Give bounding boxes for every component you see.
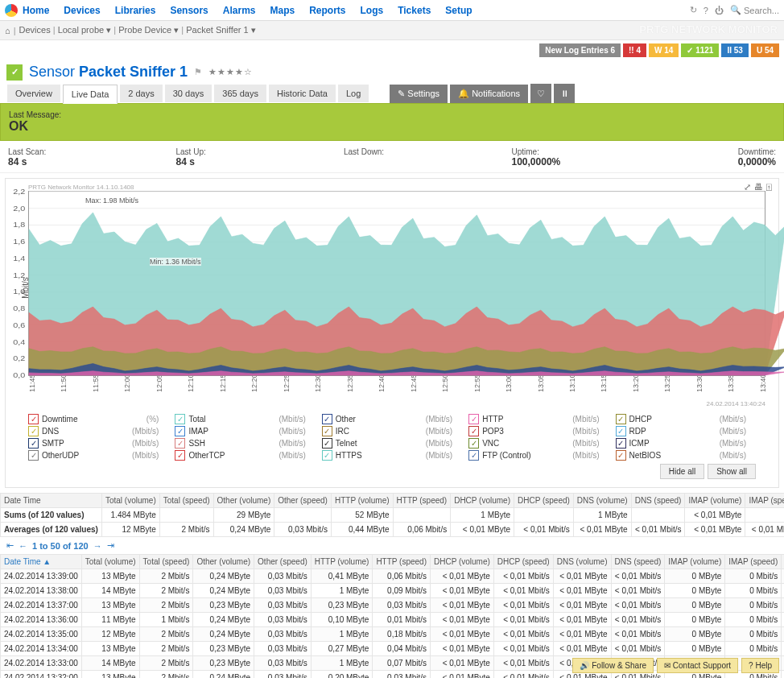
nav-maps[interactable]: Maps bbox=[270, 5, 295, 16]
nav-logs[interactable]: Logs bbox=[361, 5, 384, 16]
tab-30-days[interactable]: 30 days bbox=[165, 85, 213, 102]
col-header[interactable]: DNS (speed) bbox=[631, 494, 685, 508]
table-row[interactable]: 24.02.2014 13:35:0012 MByte2 Mbit/s0,24 … bbox=[1, 627, 785, 642]
pager-next-icon[interactable]: → bbox=[93, 541, 102, 551]
col-header[interactable]: Other (speed) bbox=[254, 555, 312, 569]
checkbox-icon[interactable]: ✓ bbox=[468, 426, 479, 436]
checkbox-icon[interactable]: ✓ bbox=[28, 414, 39, 424]
checkbox-icon[interactable]: ✓ bbox=[468, 414, 479, 424]
tab-log[interactable]: Log bbox=[338, 85, 369, 102]
checkbox-icon[interactable]: ✓ bbox=[175, 450, 185, 461]
breadcrumb-item[interactable]: Probe Device ▾ bbox=[118, 25, 179, 35]
col-header[interactable]: HTTP (volume) bbox=[311, 555, 373, 569]
follow-share-button[interactable]: 🔊 Follow & Share bbox=[572, 658, 654, 673]
col-header[interactable]: HTTP (speed) bbox=[393, 494, 451, 508]
help-icon[interactable]: ? bbox=[704, 6, 708, 15]
col-header[interactable]: Date Time ▲ bbox=[1, 555, 82, 569]
table-row[interactable]: 24.02.2014 13:36:0011 MByte1 Mbit/s0,24 … bbox=[1, 613, 785, 627]
tab-historic-data[interactable]: Historic Data bbox=[269, 85, 336, 102]
col-header[interactable]: Date Time bbox=[1, 494, 102, 508]
col-header[interactable]: IMAP (volume) bbox=[685, 494, 745, 508]
col-header[interactable]: IMAP (speed) bbox=[725, 555, 782, 569]
col-header[interactable]: DHCP (volume) bbox=[431, 555, 494, 569]
breadcrumb-home-icon[interactable]: ⌂ bbox=[5, 26, 10, 35]
col-header[interactable]: DHCP (speed) bbox=[493, 555, 553, 569]
checkbox-icon[interactable]: ✓ bbox=[322, 426, 332, 436]
legend-item[interactable]: ✓NetBIOS(Mbit/s) bbox=[616, 450, 756, 461]
help-button[interactable]: ? Help bbox=[741, 658, 779, 673]
legend-item[interactable]: ✓POP3(Mbit/s) bbox=[468, 426, 609, 436]
legend-item[interactable]: ✓IRC(Mbit/s) bbox=[322, 426, 462, 436]
legend-item[interactable]: ✓OtherUDP(Mbit/s) bbox=[28, 450, 168, 461]
checkbox-icon[interactable]: ✓ bbox=[616, 438, 626, 449]
checkbox-icon[interactable]: ✓ bbox=[175, 426, 185, 436]
nav-alarms[interactable]: Alarms bbox=[223, 5, 256, 16]
col-header[interactable]: HTTP (volume) bbox=[331, 494, 393, 508]
settings-button[interactable]: ✎ Settings bbox=[390, 85, 448, 103]
legend-item[interactable]: ✓IMAP(Mbit/s) bbox=[175, 426, 315, 436]
col-header[interactable]: DNS (volume) bbox=[573, 494, 631, 508]
legend-item[interactable]: ✓RDP(Mbit/s) bbox=[616, 426, 756, 436]
checkbox-icon[interactable]: ✓ bbox=[616, 414, 626, 424]
chart-download-icon[interactable]: ⍐ bbox=[766, 182, 772, 192]
refresh-icon[interactable]: ↻ bbox=[690, 5, 697, 15]
col-header[interactable]: Total (speed) bbox=[159, 494, 213, 508]
col-header[interactable]: Other (volume) bbox=[213, 494, 274, 508]
favorite-button[interactable]: ♡ bbox=[530, 84, 551, 103]
nav-devices[interactable]: Devices bbox=[64, 5, 100, 16]
power-icon[interactable]: ⏻ bbox=[715, 6, 724, 15]
pager-first-icon[interactable]: ⇤ bbox=[6, 540, 14, 551]
contact-support-button[interactable]: ✉ Contact Support bbox=[657, 658, 738, 673]
hide-all-button[interactable]: Hide all bbox=[660, 464, 704, 479]
checkbox-icon[interactable]: ✓ bbox=[28, 438, 39, 449]
legend-item[interactable]: ✓Telnet(Mbit/s) bbox=[322, 438, 462, 449]
col-header[interactable]: Other (speed) bbox=[274, 494, 332, 508]
col-header[interactable]: Total (volume) bbox=[81, 555, 139, 569]
tab-overview[interactable]: Overview bbox=[7, 85, 60, 102]
priority-stars[interactable]: ★★★★☆ bbox=[208, 67, 253, 77]
breadcrumb-item[interactable]: Devices bbox=[19, 25, 51, 35]
checkbox-icon[interactable]: ✓ bbox=[28, 426, 39, 436]
checkbox-icon[interactable]: ✓ bbox=[322, 414, 332, 424]
tab-365-days[interactable]: 365 days bbox=[214, 85, 266, 102]
legend-item[interactable]: ✓OtherTCP(Mbit/s) bbox=[175, 450, 315, 461]
col-header[interactable]: IMAP (volume) bbox=[665, 555, 725, 569]
pager-prev-icon[interactable]: ← bbox=[19, 541, 27, 551]
table-row[interactable]: 24.02.2014 13:37:0013 MByte2 Mbit/s0,23 … bbox=[1, 598, 785, 613]
legend-item[interactable]: ✓HTTP(Mbit/s) bbox=[468, 414, 609, 424]
nav-tickets[interactable]: Tickets bbox=[398, 5, 431, 16]
legend-item[interactable]: ✓Other(Mbit/s) bbox=[322, 414, 462, 424]
table-row[interactable]: 24.02.2014 13:34:0013 MByte2 Mbit/s0,23 … bbox=[1, 642, 785, 656]
show-all-button[interactable]: Show all bbox=[708, 464, 756, 479]
legend-item[interactable]: ✓FTP (Control)(Mbit/s) bbox=[468, 450, 609, 461]
checkbox-icon[interactable]: ✓ bbox=[175, 438, 185, 449]
col-header[interactable]: DHCP (volume) bbox=[451, 494, 514, 508]
pause-button[interactable]: ⏸ bbox=[554, 84, 575, 103]
breadcrumb-item[interactable]: Local probe ▾ bbox=[58, 25, 112, 35]
breadcrumb-item[interactable]: Packet Sniffer 1 ▾ bbox=[186, 25, 256, 35]
table-row[interactable]: 24.02.2014 13:39:0013 MByte2 Mbit/s0,24 … bbox=[1, 569, 785, 584]
checkbox-icon[interactable]: ✓ bbox=[175, 414, 185, 424]
col-header[interactable]: Other (volume) bbox=[193, 555, 254, 569]
col-header[interactable]: Total (volume) bbox=[101, 494, 159, 508]
alarm-orange-pill[interactable]: U 54 bbox=[751, 43, 779, 57]
nav-setup[interactable]: Setup bbox=[445, 5, 472, 16]
checkbox-icon[interactable]: ✓ bbox=[322, 438, 332, 449]
nav-sensors[interactable]: Sensors bbox=[170, 5, 208, 16]
checkbox-icon[interactable]: ✓ bbox=[468, 438, 479, 449]
checkbox-icon[interactable]: ✓ bbox=[616, 450, 626, 461]
checkbox-icon[interactable]: ✓ bbox=[322, 450, 332, 461]
legend-item[interactable]: ✓DHCP(Mbit/s) bbox=[616, 414, 756, 424]
table-row[interactable]: 24.02.2014 13:38:0014 MByte2 Mbit/s0,24 … bbox=[1, 584, 785, 598]
flag-icon[interactable]: ⚑ bbox=[194, 67, 202, 77]
legend-item[interactable]: ✓VNC(Mbit/s) bbox=[468, 438, 609, 449]
search-input[interactable]: 🔍 Search... bbox=[730, 5, 779, 15]
tab-live-data[interactable]: Live Data bbox=[63, 85, 118, 104]
legend-item[interactable]: ✓HTTPS(Mbit/s) bbox=[322, 450, 462, 461]
new-log-pill[interactable]: New Log Entries 6 bbox=[539, 43, 621, 57]
checkbox-icon[interactable]: ✓ bbox=[28, 450, 39, 461]
alarm-green-pill[interactable]: ✓ 1121 bbox=[681, 43, 719, 57]
legend-item[interactable]: ✓SSH(Mbit/s) bbox=[175, 438, 315, 449]
pager-last-icon[interactable]: ⇥ bbox=[107, 540, 114, 551]
nav-home[interactable]: Home bbox=[23, 5, 49, 16]
